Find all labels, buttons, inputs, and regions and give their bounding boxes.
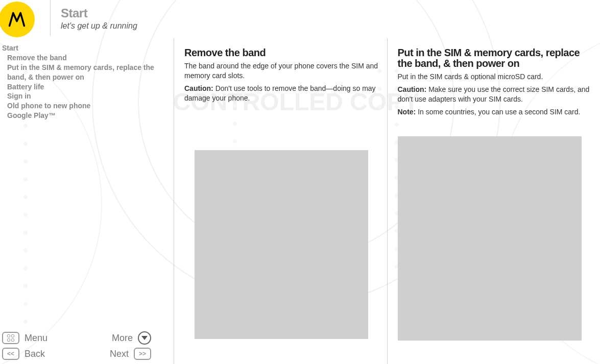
col1-p1: The band around the edge of your phone c… [184, 61, 379, 81]
menu-icon [2, 332, 19, 344]
motorola-logo [0, 2, 35, 37]
motorola-m-icon [8, 10, 26, 29]
nav-item-start[interactable]: Start [2, 43, 172, 53]
page-header: Start let's get up & running [0, 0, 600, 38]
column-sim-power: Put in the SIM & memory cards, replace t… [387, 38, 601, 364]
image-placeholder-remove-band [195, 150, 368, 339]
col2-caution: Caution: Make sure you use the correct s… [398, 85, 592, 104]
back-icon: << [2, 348, 19, 360]
back-label: Back [25, 349, 45, 359]
col1-caution: Caution: Don't use tools to remove the b… [184, 84, 379, 103]
nav-item-sim-power[interactable]: Put in the SIM & memory cards, replace t… [2, 63, 172, 82]
nav-item-signin[interactable]: Sign in [2, 91, 172, 101]
nav-item-google-play[interactable]: Google Play™ [2, 111, 172, 120]
back-button[interactable]: << Back [2, 348, 45, 360]
menu-label: Menu [25, 333, 47, 344]
next-button[interactable]: Next >> [110, 348, 151, 360]
col2-p1: Put in the SIM cards & optional microSD … [398, 72, 592, 82]
col2-heading: Put in the SIM & memory cards, replace t… [398, 47, 592, 69]
next-label: Next [110, 349, 129, 359]
nav-item-remove-band[interactable]: Remove the band [2, 53, 172, 63]
nav-item-old-phone[interactable]: Old phone to new phone [2, 101, 172, 111]
more-label: More [112, 333, 133, 344]
footer-nav: Menu More << Back Next >> [0, 328, 174, 360]
next-icon: >> [134, 348, 151, 360]
image-placeholder-sim [398, 136, 582, 341]
column-remove-band: Remove the band The band around the edge… [174, 38, 387, 364]
content-columns: Remove the band The band around the edge… [174, 38, 600, 364]
page-subtitle: let's get up & running [61, 21, 137, 31]
more-icon [138, 331, 151, 345]
menu-button[interactable]: Menu [2, 332, 47, 344]
col1-heading: Remove the band [184, 47, 379, 58]
col2-note: Note: In some countries, you can use a s… [398, 107, 592, 117]
page-title: Start [61, 6, 137, 20]
nav-list: Start Remove the band Put in the SIM & m… [0, 38, 174, 120]
nav-item-battery[interactable]: Battery life [2, 82, 172, 92]
more-button[interactable]: More [112, 331, 151, 345]
sidebar: Start Remove the band Put in the SIM & m… [0, 38, 174, 364]
